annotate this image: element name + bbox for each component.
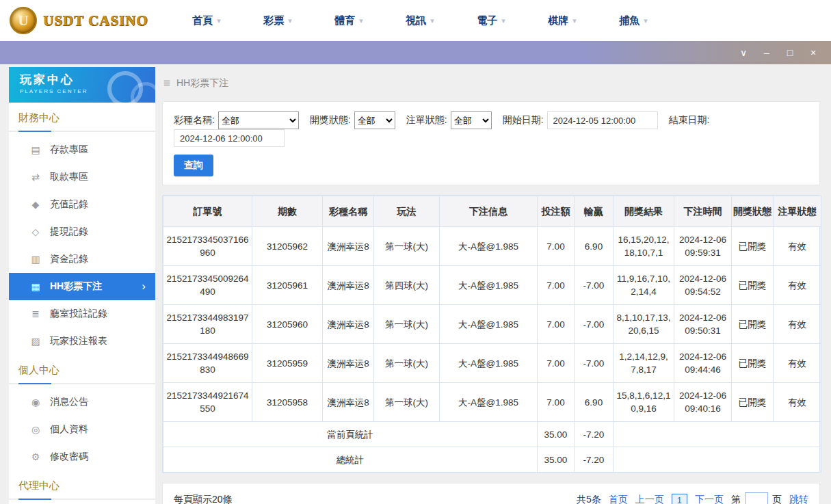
pagination-bar: 每頁顯示20條 共5条 首页 上一页 1 下一页 第 页 跳转 — [162, 483, 820, 504]
sidebar-item-deposit-area[interactable]: ▤存款專區 — [9, 136, 155, 163]
main-nav: 首頁▾彩票▾體育▾視訊▾電子▾棋牌▾捕魚▾ — [171, 0, 669, 41]
cell-result: 8,1,10,17,13,20,6,15 — [614, 305, 674, 344]
sidebar-item-label: 資金記錄 — [50, 253, 88, 265]
sidebar-item-label: HH彩票下注 — [50, 280, 102, 293]
page-jump-group: 第 页 — [731, 492, 782, 504]
window-menu-icon[interactable]: ∨ — [737, 41, 750, 64]
maximize-icon[interactable]: □ — [783, 41, 797, 64]
sidebar-item-recharge-record[interactable]: ◆充值記錄 — [9, 191, 155, 218]
nav-item-video[interactable]: 視訊▾ — [384, 0, 456, 41]
sidebar-item-hall-bet-records[interactable]: ≣廳室投註記錄 — [9, 300, 155, 328]
lottery-bet-icon: ▦ — [29, 281, 42, 292]
total-count-text: 共5条 — [577, 494, 601, 504]
sidebar: 玩家中心 PLAYERS CENTER 財務中心▤存款專區⇄取款專區◆充值記錄◇… — [9, 67, 155, 504]
cell-amount: 7.00 — [538, 344, 575, 383]
sidebar-item-hh-lottery-bets[interactable]: ▦HH彩票下注 — [9, 273, 155, 300]
nav-item-sports[interactable]: 體育▾ — [313, 0, 384, 41]
nav-item-home[interactable]: 首頁▾ — [171, 0, 242, 41]
main-panel: ≡ HH彩票下注 彩種名稱: 全部 開獎狀態: 全部 注單狀態: 全部 開始日期… — [162, 67, 820, 504]
withdrawal-record-icon: ◇ — [29, 226, 42, 237]
next-page-link[interactable]: 下一页 — [695, 494, 724, 504]
sidebar-item-label: 玩家投注報表 — [50, 335, 107, 347]
start-date-input[interactable] — [547, 111, 658, 129]
sidebar-item-withdraw-area[interactable]: ⇄取款專區 — [9, 163, 155, 191]
end-date-input[interactable] — [174, 129, 285, 147]
cell-order_status: 有效 — [774, 227, 821, 266]
hamburger-icon[interactable]: ≡ — [163, 77, 170, 90]
page-total-empty — [614, 422, 821, 447]
cell-win_loss: -7.00 — [575, 305, 614, 344]
sidebar-item-withdrawal-record[interactable]: ◇提現記錄 — [9, 218, 155, 246]
cell-amount: 7.00 — [538, 383, 575, 422]
end-date-label: 結束日期: — [669, 114, 710, 127]
column-header: 玩法 — [374, 196, 440, 227]
column-header: 期數 — [252, 196, 323, 227]
sidebar-header: 玩家中心 PLAYERS CENTER — [9, 67, 155, 103]
nav-item-chess[interactable]: 棋牌▾ — [527, 0, 598, 41]
column-header: 注單狀態 — [774, 196, 821, 227]
sidebar-item-funds-record[interactable]: ▥資金記錄 — [9, 246, 155, 273]
cell-bet_info: 大-A盤@1.985 — [440, 383, 538, 422]
draw-status-select[interactable]: 全部 — [354, 111, 395, 129]
sidebar-subtitle: PLAYERS CENTER — [20, 88, 155, 94]
jump-prefix-label: 第 — [731, 494, 741, 504]
logo[interactable]: U USDT CASINO — [0, 7, 163, 34]
cell-win_loss: 6.90 — [575, 383, 614, 422]
logo-coin-icon: U — [10, 7, 37, 34]
cell-lottery: 澳洲幸运8 — [323, 227, 374, 266]
cell-result: 1,2,14,12,9,7,8,17 — [614, 344, 674, 383]
grand-total-label: 總統計 — [163, 447, 538, 473]
sidebar-title: 玩家中心 — [20, 72, 155, 88]
sidebar-item-label: 存款專區 — [50, 144, 88, 156]
sidebar-item-player-bet-report[interactable]: ▨玩家投注報表 — [9, 328, 155, 355]
cell-draw_status: 已開獎 — [732, 344, 774, 383]
jump-button[interactable]: 跳转 — [789, 494, 808, 504]
deposit-icon: ▤ — [29, 144, 42, 155]
cell-bet_info: 大-A盤@1.985 — [440, 266, 538, 305]
jump-suffix-label: 页 — [772, 494, 782, 504]
sidebar-item-messages[interactable]: ◉消息公告 — [9, 388, 155, 416]
sidebar-item-label: 廳室投註記錄 — [50, 308, 107, 320]
cell-order_no: 2152173344948669830 — [163, 344, 252, 383]
minimize-icon[interactable]: – — [760, 41, 774, 64]
cell-draw_status: 已開獎 — [732, 227, 774, 266]
column-header: 下注信息 — [440, 196, 538, 227]
chevron-down-icon: ▾ — [217, 16, 221, 25]
page-total-row: 當前頁統計 35.00 -7.20 — [163, 422, 821, 447]
cell-result: 15,8,1,6,12,10,9,16 — [614, 383, 674, 422]
close-icon[interactable]: × — [806, 41, 820, 64]
sidebar-item-change-password[interactable]: ⚙修改密碼 — [9, 443, 155, 470]
nav-item-label: 電子 — [477, 14, 497, 27]
sidebar-item-profile[interactable]: ◎個人資料 — [9, 416, 155, 443]
column-header: 訂單號 — [163, 196, 252, 227]
table-row: 215217334498319718031205960澳洲幸运8第一球(大)大-… — [163, 305, 821, 344]
order-status-select[interactable]: 全部 — [451, 111, 492, 129]
prev-page-link[interactable]: 上一页 — [635, 494, 664, 504]
breadcrumb: ≡ HH彩票下注 — [162, 74, 820, 101]
player-report-icon: ▨ — [29, 336, 42, 347]
bets-table-card: 訂單號期數彩種名稱玩法下注信息投注額輸贏開獎結果下注時間開獎狀態注單狀態 215… — [162, 195, 820, 473]
nav-item-lottery[interactable]: 彩票▾ — [242, 0, 313, 41]
page-jump-input[interactable] — [745, 492, 768, 504]
current-page-badge[interactable]: 1 — [672, 494, 687, 504]
cell-lottery: 澳洲幸运8 — [323, 383, 374, 422]
sidebar-item-label: 充值記錄 — [50, 198, 88, 211]
cell-win_loss: -7.00 — [575, 266, 614, 305]
cell-order_status: 有效 — [774, 305, 821, 344]
table-row: 215217334500926449031205961澳洲幸运8第四球(大)大-… — [163, 266, 821, 305]
cell-order_status: 有效 — [774, 383, 821, 422]
search-button[interactable]: 查詢 — [174, 155, 213, 176]
cell-bet_info: 大-A盤@1.985 — [440, 305, 538, 344]
lottery-name-select[interactable]: 全部 — [218, 111, 299, 129]
window-titlebar: ∨ – □ × — [0, 41, 831, 64]
cell-win_loss: 6.90 — [575, 227, 614, 266]
sidebar-section-title: 財務中心 — [9, 103, 155, 132]
nav-item-electronic[interactable]: 電子▾ — [456, 0, 527, 41]
nav-item-fishing[interactable]: 捕魚▾ — [598, 0, 669, 41]
cell-play: 第一球(大) — [374, 344, 440, 383]
cell-lottery: 澳洲幸运8 — [323, 344, 374, 383]
cell-amount: 7.00 — [538, 305, 575, 344]
bets-table-body: 215217334503716696031205962澳洲幸运8第一球(大)大-… — [163, 227, 821, 422]
cell-win_loss: -7.00 — [575, 344, 614, 383]
first-page-link[interactable]: 首页 — [609, 494, 628, 504]
